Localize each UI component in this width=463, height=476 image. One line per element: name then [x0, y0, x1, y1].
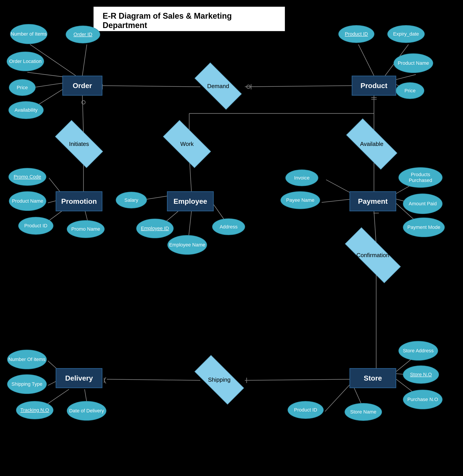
relationship-shipping: Shipping — [196, 368, 243, 391]
svg-line-31 — [374, 211, 376, 245]
attr-salary: Salary — [116, 192, 147, 208]
svg-line-33 — [107, 379, 200, 380]
attr-invoice: Invoice — [285, 170, 318, 186]
er-diagram: E-R Diagram of Sales & Marketing Departm… — [0, 0, 463, 476]
svg-line-0 — [82, 44, 87, 76]
entity-delivery: Delivery — [56, 368, 102, 388]
attr-num-items: Number of Items — [10, 24, 47, 44]
attr-price-order: Price — [9, 79, 36, 96]
entity-promotion: Promotion — [56, 191, 102, 211]
attr-purchase-no: Purchase N.O — [403, 390, 443, 409]
relationship-initiates: Initiates — [57, 132, 101, 156]
svg-line-7 — [358, 44, 374, 76]
entity-payment: Payment — [349, 191, 396, 211]
attr-employee-id: Employee ID — [136, 219, 174, 238]
svg-line-5 — [102, 86, 200, 87]
attr-payment-mode: Payment Mode — [403, 217, 445, 237]
connection-lines — [0, 0, 463, 476]
attr-product-id-top: Product ID — [338, 25, 374, 43]
attr-product-name-promo: Product Name — [9, 191, 46, 211]
attr-num-items-delivery: Number Of items — [7, 350, 47, 369]
attr-price-product: Price — [396, 82, 424, 99]
attr-store-address: Store Address — [399, 341, 438, 361]
svg-line-60 — [104, 380, 106, 383]
attr-amount-paid: Amount Paid — [403, 193, 443, 214]
entity-product: Product — [352, 76, 396, 96]
attr-employee-name: Employee Name — [167, 235, 207, 255]
attr-store-no: Store N.O — [403, 365, 439, 384]
attr-order-location: Order Location — [7, 52, 44, 71]
relationship-demand: Demand — [196, 75, 240, 97]
svg-line-26 — [326, 180, 352, 193]
attr-product-name-top: Product Name — [393, 53, 433, 73]
attr-availability: Availability — [9, 101, 44, 119]
svg-point-46 — [247, 85, 250, 88]
svg-line-27 — [322, 199, 352, 202]
attr-order-id: Order ID — [66, 26, 100, 43]
attr-products-purchased: Products Purchased — [399, 167, 443, 188]
diagram-title: E-R Diagram of Sales & Marketing Departm… — [93, 7, 285, 31]
relationship-available: Available — [347, 132, 396, 156]
attr-product-id-store: Product ID — [288, 401, 324, 419]
attr-tracking-no: Tracking N.O — [16, 401, 53, 419]
attr-date-delivery: Date of Delivery — [67, 401, 107, 421]
attr-address: Address — [212, 218, 245, 235]
entity-store: Store — [349, 368, 396, 388]
attr-product-id-promo: Product ID — [18, 217, 53, 235]
svg-point-48 — [82, 101, 85, 104]
svg-line-24 — [189, 211, 191, 236]
relationship-confirmation: Confirmation — [345, 243, 401, 267]
svg-line-59 — [104, 377, 106, 380]
entity-employee: Employee — [167, 191, 214, 211]
attr-shipping-type: Shipping Type — [7, 374, 47, 394]
svg-line-34 — [245, 379, 352, 380]
svg-line-11 — [82, 96, 83, 133]
attr-store-name: Store Name — [345, 403, 382, 421]
relationship-work: Work — [165, 132, 209, 156]
attr-promo-code: Promo Code — [9, 168, 46, 186]
svg-line-9 — [394, 75, 416, 80]
svg-line-6 — [245, 86, 352, 87]
attr-payee-name: Payee Name — [280, 191, 320, 209]
attr-promo-name: Promo Name — [67, 220, 105, 238]
entity-order: Order — [62, 76, 102, 96]
attr-expiry-date: Expiry_date — [387, 25, 425, 43]
